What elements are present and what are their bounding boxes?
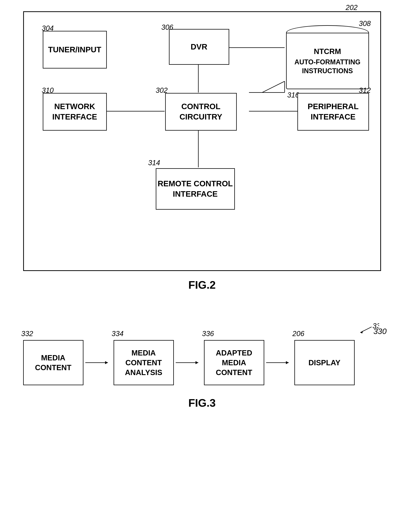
ref-334: 334 <box>112 330 124 338</box>
svg-marker-16 <box>195 361 198 364</box>
ref-302: 302 <box>156 86 168 95</box>
tuner-label: TUNER/INPUT <box>48 44 101 55</box>
network-label: NETWORK INTERFACE <box>52 101 97 122</box>
dvr-label: DVR <box>191 42 207 52</box>
arrow-2-svg <box>176 359 202 366</box>
peripheral-label: PERIPHERAL INTERFACE <box>307 101 358 122</box>
dvr-box: DVR <box>169 29 229 65</box>
svg-text:330: 330 <box>372 323 379 330</box>
fig2-caption: FIG.2 <box>188 279 216 291</box>
fig3-section: 330 330 332 MEDIA CONTENT <box>15 321 389 409</box>
adapted-media-content-label: ADAPTED MEDIA CONTENT <box>216 348 252 377</box>
fig2-section: 202 <box>15 11 389 291</box>
media-content-analysis-label: MEDIA CONTENT ANALYSIS <box>125 348 162 377</box>
control-circuitry-box: CONTROL CIRCUITRY <box>165 93 237 131</box>
ref-310: 310 <box>42 86 54 95</box>
ref-312: 312 <box>359 86 371 95</box>
ntcrm-label: NTCRM AUTO-FORMATTINGINSTRUCTIONS <box>294 46 360 76</box>
peripheral-interface-box: PERIPHERAL INTERFACE <box>297 93 369 131</box>
remote-label: REMOTE CONTROL INTERFACE <box>158 179 233 199</box>
network-interface-box: NETWORK INTERFACE <box>43 93 107 131</box>
arrow-1 <box>84 359 114 366</box>
svg-marker-14 <box>105 361 108 364</box>
media-content-wrapper: 332 MEDIA CONTENT <box>23 340 84 385</box>
arrow-3 <box>264 359 294 366</box>
svg-line-9 <box>262 81 284 93</box>
remote-control-interface-box: REMOTE CONTROL INTERFACE <box>156 168 235 210</box>
arrow-2 <box>174 359 204 366</box>
media-content-analysis-wrapper: 334 MEDIA CONTENT ANALYSIS <box>114 340 174 385</box>
ref-306: 306 <box>161 23 173 32</box>
media-content-label: MEDIA CONTENT <box>35 353 71 372</box>
ref-206: 206 <box>293 330 304 338</box>
ref-330-arrow: 330 <box>357 323 379 334</box>
media-content-analysis-box: MEDIA CONTENT ANALYSIS <box>114 340 174 385</box>
arrow-1-svg <box>85 359 112 366</box>
tuner-input-box: TUNER/INPUT <box>43 31 107 69</box>
ref-336: 336 <box>202 330 214 338</box>
ref-202: 202 <box>345 4 358 12</box>
arrow-3-svg <box>266 359 293 366</box>
ref-332: 332 <box>21 330 33 338</box>
fig3-blocks-row: 332 MEDIA CONTENT 334 MEDIA C <box>23 340 381 385</box>
adapted-media-content-box: ADAPTED MEDIA CONTENT <box>204 340 264 385</box>
cylinder-body: NTCRM AUTO-FORMATTINGINSTRUCTIONS <box>286 33 369 89</box>
fig2-outer-box: 202 <box>23 11 381 271</box>
display-box: DISPLAY <box>294 340 355 385</box>
ref-304: 304 <box>42 24 54 32</box>
display-label: DISPLAY <box>308 358 340 367</box>
control-label: CONTROL CIRCUITRY <box>180 101 222 122</box>
display-wrapper: 206 DISPLAY <box>294 340 355 385</box>
fig3-caption: FIG.3 <box>188 397 216 409</box>
page-container: 202 <box>0 0 404 420</box>
svg-marker-18 <box>286 361 289 364</box>
ref-314: 314 <box>148 159 160 167</box>
adapted-media-content-wrapper: 336 ADAPTED MEDIA CONTENT <box>204 340 264 385</box>
ntcrm-cylinder: NTCRM AUTO-FORMATTINGINSTRUCTIONS <box>286 25 369 89</box>
media-content-box: MEDIA CONTENT <box>23 340 84 385</box>
ref-308: 308 <box>359 19 371 28</box>
